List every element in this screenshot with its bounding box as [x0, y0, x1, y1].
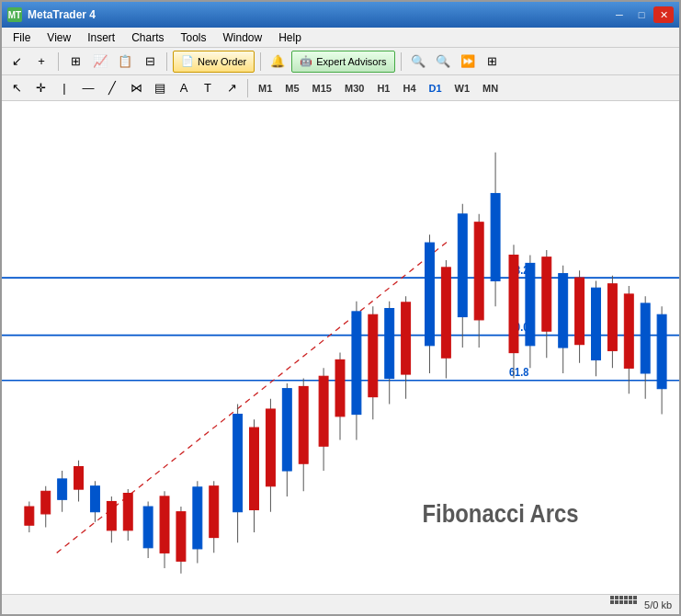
new-order-button[interactable]: 📄 New Order: [173, 51, 255, 73]
tf-h1[interactable]: H1: [371, 80, 395, 97]
svg-rect-41: [299, 386, 308, 463]
svg-rect-69: [542, 257, 551, 331]
status-right: 5/0 kb: [610, 596, 672, 613]
svg-rect-61: [474, 222, 483, 320]
svg-rect-37: [266, 409, 275, 486]
crosshair-tool[interactable]: ✛: [29, 77, 51, 99]
expert-advisors-label: Expert Advisors: [316, 56, 386, 67]
cursor-tool[interactable]: ↖: [6, 77, 28, 99]
svg-text:Fibonacci Arcs: Fibonacci Arcs: [423, 500, 579, 528]
menu-view[interactable]: View: [40, 29, 78, 46]
alert-icon: 🔔: [267, 51, 289, 73]
app-icon: MT: [7, 7, 22, 22]
svg-rect-29: [193, 487, 202, 549]
svg-rect-45: [335, 359, 345, 416]
svg-rect-21: [123, 494, 132, 530]
title-bar: MT MetaTrader 4 ─ □ ✕: [2, 2, 679, 28]
zoom-out-btn[interactable]: 🔍: [432, 51, 454, 73]
tf-mn[interactable]: MN: [477, 80, 504, 97]
toolbar-sep-4: [401, 52, 402, 71]
close-button[interactable]: ✕: [653, 6, 674, 23]
svg-rect-13: [58, 479, 67, 499]
menu-help[interactable]: Help: [271, 29, 309, 46]
vertical-line-tool[interactable]: |: [53, 77, 75, 99]
main-toolbar: ↙ + ⊞ 📈 📋 ⊟ 📄 New Order 🔔 🤖 Expert Advis…: [2, 48, 679, 75]
new-order-label: New Order: [198, 56, 246, 67]
maximize-button[interactable]: □: [631, 6, 652, 23]
svg-rect-81: [641, 303, 650, 373]
status-grid-icon: [610, 596, 637, 613]
svg-rect-11: [41, 491, 51, 514]
svg-rect-33: [233, 415, 243, 512]
svg-rect-59: [458, 214, 467, 317]
tools-sep: [247, 79, 248, 97]
label-tool[interactable]: T: [197, 77, 219, 99]
svg-rect-65: [509, 256, 518, 353]
chart-svg: 38.2 50.0 61.8: [2, 101, 679, 594]
title-controls: ─ □ ✕: [609, 6, 674, 23]
menu-bar: File View Insert Charts Tools Window Hel…: [2, 28, 679, 48]
menu-charts[interactable]: Charts: [124, 29, 171, 46]
status-bar: 5/0 kb: [2, 594, 679, 614]
chart-area[interactable]: 38.2 50.0 61.8: [2, 101, 679, 594]
file-info: 5/0 kb: [644, 599, 672, 610]
tf-h4[interactable]: H4: [397, 80, 421, 97]
tf-m5[interactable]: M5: [279, 80, 304, 97]
period-sep2-btn[interactable]: ⊞: [482, 51, 504, 73]
properties-btn[interactable]: ⊞: [64, 51, 86, 73]
menu-file[interactable]: File: [6, 29, 38, 46]
toolbar-sep-1: [58, 52, 59, 71]
svg-rect-31: [210, 486, 219, 538]
expert-advisors-button[interactable]: 🤖 Expert Advisors: [291, 51, 394, 73]
minimize-button[interactable]: ─: [609, 6, 630, 23]
tf-m1[interactable]: M1: [253, 80, 278, 97]
svg-rect-43: [319, 376, 328, 446]
window-title: MetaTrader 4: [28, 8, 96, 21]
svg-rect-67: [526, 263, 535, 345]
menu-insert[interactable]: Insert: [80, 29, 122, 46]
tf-w1[interactable]: W1: [449, 80, 476, 97]
indicators-btn[interactable]: 📈: [89, 51, 111, 73]
svg-text:61.8: 61.8: [509, 366, 529, 379]
auto-scroll-btn[interactable]: ⏩: [457, 51, 479, 73]
menu-window[interactable]: Window: [216, 29, 270, 46]
drawing-toolbar: ↖ ✛ | — ╱ ⋈ ▤ A T ↗ M1 M5 M15 M30 H1 H4 …: [2, 75, 679, 101]
svg-rect-39: [282, 389, 291, 471]
arrow-draw-tool[interactable]: ↗: [221, 77, 243, 99]
svg-rect-75: [592, 288, 601, 359]
svg-rect-57: [441, 268, 450, 358]
svg-rect-63: [491, 194, 500, 281]
svg-rect-9: [25, 507, 34, 525]
svg-rect-77: [607, 284, 617, 351]
svg-rect-73: [575, 278, 585, 345]
svg-rect-71: [559, 274, 568, 348]
tf-m15[interactable]: M15: [307, 80, 337, 97]
svg-rect-51: [385, 309, 394, 379]
svg-rect-27: [176, 512, 186, 562]
title-bar-left: MT MetaTrader 4: [7, 7, 96, 22]
text-tool[interactable]: A: [173, 77, 195, 99]
tf-m30[interactable]: M30: [339, 80, 369, 97]
main-window: MT MetaTrader 4 ─ □ ✕ File View Insert C…: [0, 0, 681, 616]
zoom-in-btn[interactable]: 🔍: [407, 51, 429, 73]
regression-tool[interactable]: ▤: [149, 77, 171, 99]
arrow-tool-btn[interactable]: ↙: [6, 51, 28, 73]
svg-rect-35: [250, 428, 259, 509]
tf-d1[interactable]: D1: [424, 80, 448, 97]
horizontal-line-tool[interactable]: —: [77, 77, 99, 99]
toolbar-sep-2: [166, 52, 167, 71]
trend-line-tool[interactable]: ╱: [101, 77, 123, 99]
svg-rect-47: [352, 312, 361, 415]
period-sep-btn[interactable]: ⊟: [139, 51, 161, 73]
expert-icon: 🤖: [300, 55, 312, 67]
channel-tool[interactable]: ⋈: [125, 77, 147, 99]
toolbar-sep-3: [260, 52, 261, 71]
menu-tools[interactable]: Tools: [174, 29, 214, 46]
svg-rect-79: [624, 294, 633, 368]
svg-rect-15: [74, 467, 84, 490]
svg-rect-17: [90, 486, 99, 512]
template-btn[interactable]: 📋: [114, 51, 136, 73]
svg-rect-23: [143, 507, 153, 548]
crosshair-btn[interactable]: +: [30, 51, 52, 73]
svg-rect-83: [657, 314, 666, 388]
